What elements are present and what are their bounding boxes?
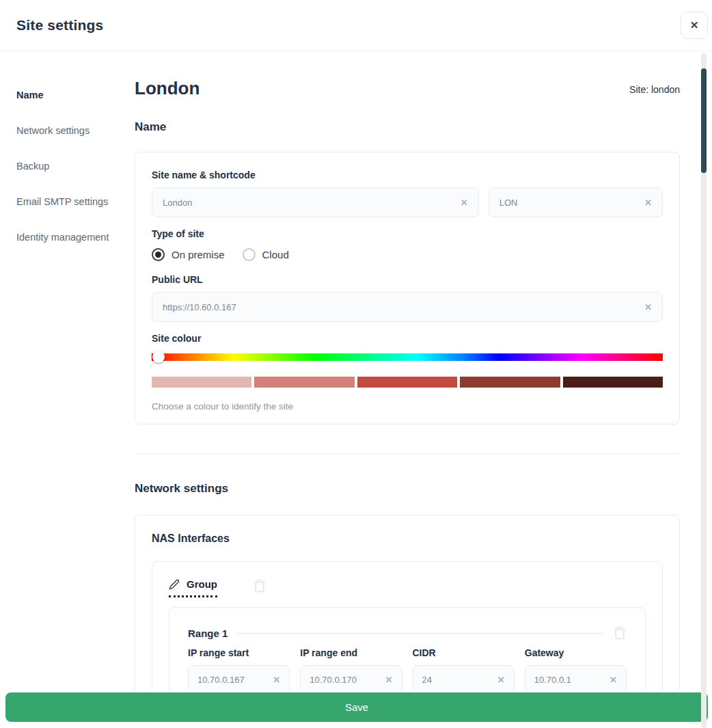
colour-gradient-slider[interactable] (152, 353, 663, 361)
public-url-input[interactable]: https://10.60.0.167 ✕ (152, 292, 663, 322)
shade-swatches (152, 377, 663, 388)
clear-cidr-icon[interactable]: ✕ (497, 675, 505, 684)
site-name-shortcode-label: Site name & shortcode (152, 170, 663, 182)
radio-on-premise[interactable]: On premise (152, 248, 225, 261)
ip-range-start-input[interactable]: 10.70.0.167 ✕ (188, 665, 290, 694)
sidebar: Name Network settings Backup Email SMTP … (0, 52, 135, 728)
cidr-input[interactable]: 24 ✕ (413, 665, 515, 694)
shade-swatch-1[interactable] (152, 377, 251, 388)
ip-range-end-value: 10.70.0.170 (310, 675, 357, 685)
public-url-label: Public URL (152, 274, 663, 286)
radio-cloud-label: Cloud (262, 249, 289, 260)
trash-icon (253, 578, 266, 593)
delete-range-button[interactable] (613, 625, 627, 641)
group-row: Group (169, 578, 646, 597)
section-heading-name: Name (135, 120, 680, 134)
page-body: Name Network settings Backup Email SMTP … (0, 52, 712, 728)
radio-cloud-control[interactable] (243, 248, 256, 261)
ip-range-start-field: IP range start 10.70.0.167 ✕ (188, 647, 290, 694)
gateway-label: Gateway (525, 647, 627, 660)
scrollbar-thumb[interactable] (701, 68, 707, 173)
clear-public-url-icon[interactable]: ✕ (644, 303, 652, 312)
cidr-value: 24 (422, 675, 432, 685)
clear-site-name-icon[interactable]: ✕ (461, 198, 468, 207)
shortcode-value: LON (499, 198, 518, 208)
page-title: London (135, 78, 200, 99)
close-icon: ✕ (690, 19, 699, 31)
delete-group-button[interactable] (253, 578, 266, 593)
section-divider (135, 453, 680, 454)
sidebar-item-backup[interactable]: Backup (16, 161, 135, 174)
range-divider (237, 633, 603, 634)
range-header: Range 1 (188, 625, 627, 641)
ip-range-end-label: IP range end (300, 647, 402, 660)
radio-on-premise-label: On premise (172, 249, 225, 260)
footer-bar: Save (0, 690, 712, 728)
sidebar-item-name[interactable]: Name (16, 90, 135, 103)
type-of-site-label: Type of site (152, 228, 663, 241)
section-heading-network: Network settings (135, 482, 680, 496)
site-name-value: London (163, 198, 192, 208)
site-name-input[interactable]: London ✕ (152, 187, 479, 217)
site-name-row: London ✕ LON ✕ (152, 187, 663, 217)
cidr-label: CIDR (413, 647, 515, 660)
ip-range-end-input[interactable]: 10.70.0.170 ✕ (300, 665, 402, 694)
clear-shortcode-icon[interactable]: ✕ (644, 198, 652, 207)
radio-on-premise-control[interactable] (152, 248, 165, 261)
colour-slider-handle[interactable] (152, 351, 165, 363)
gateway-field: Gateway 10.70.0.1 ✕ (525, 647, 627, 694)
group-name-label: Group (187, 578, 217, 590)
group-name-edit[interactable]: Group (169, 578, 217, 597)
pencil-icon (169, 579, 180, 590)
nas-interfaces-title: NAS Interfaces (152, 532, 663, 545)
modal-title: Site settings (16, 17, 103, 33)
main-content: London Site: london Name Site name & sho… (135, 52, 680, 728)
gateway-value: 10.70.0.1 (534, 675, 571, 685)
site-colour-picker (152, 351, 663, 364)
sidebar-item-network-settings[interactable]: Network settings (16, 125, 135, 138)
shade-swatch-4[interactable] (460, 377, 560, 388)
title-row: London Site: london (135, 78, 680, 99)
ip-range-start-label: IP range start (188, 647, 290, 660)
sidebar-item-identity-management[interactable]: Identity management (16, 232, 135, 245)
ip-range-end-field: IP range end 10.70.0.170 ✕ (300, 647, 402, 694)
trash-icon (613, 625, 627, 641)
radio-cloud[interactable]: Cloud (243, 248, 289, 261)
shade-swatch-5[interactable] (563, 377, 663, 388)
gateway-input[interactable]: 10.70.0.1 ✕ (525, 665, 627, 694)
name-card: Site name & shortcode London ✕ LON ✕ Typ… (135, 152, 680, 424)
clear-ip-range-end-icon[interactable]: ✕ (385, 675, 393, 684)
site-colour-helper: Choose a colour to identify the site (152, 401, 663, 412)
clear-ip-range-start-icon[interactable]: ✕ (273, 675, 280, 684)
site-colour-label: Site colour (152, 333, 663, 345)
cidr-field: CIDR 24 ✕ (413, 647, 515, 694)
close-button[interactable]: ✕ (681, 12, 708, 39)
shortcode-input[interactable]: LON ✕ (489, 187, 663, 217)
type-of-site-options: On premise Cloud (152, 247, 663, 262)
range-title: Range 1 (188, 628, 228, 639)
modal-header: Site settings ✕ (0, 0, 712, 51)
public-url-value: https://10.60.0.167 (163, 302, 236, 312)
site-ref-label: Site: london (629, 84, 680, 95)
clear-gateway-icon[interactable]: ✕ (610, 675, 617, 684)
ip-range-start-value: 10.70.0.167 (197, 675, 245, 685)
shade-swatch-2[interactable] (254, 377, 354, 388)
scrollbar-track[interactable] (701, 53, 707, 728)
range-fields: IP range start 10.70.0.167 ✕ IP range en… (188, 647, 627, 694)
save-button[interactable]: Save (5, 692, 708, 722)
shade-swatch-3[interactable] (357, 377, 457, 388)
sidebar-item-email-smtp-settings[interactable]: Email SMTP settings (16, 196, 135, 209)
